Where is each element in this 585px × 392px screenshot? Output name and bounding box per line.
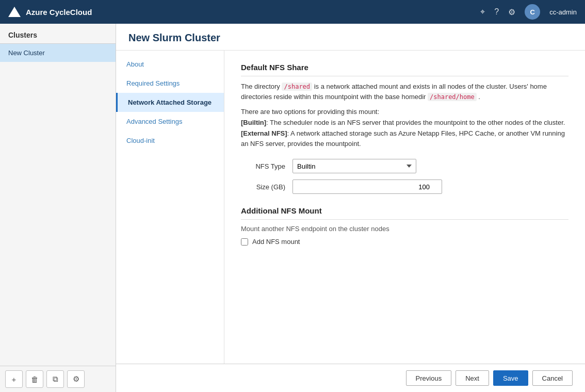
wizard-body: About Required Settings Network Attached… [116,51,585,364]
main-container: Clusters New Cluster + 🗑 ⧉ ⚙ New Slurm C… [0,24,585,392]
sidebar: Clusters New Cluster + 🗑 ⧉ ⚙ [0,24,116,392]
settings-icon[interactable]: ⚙ [508,7,515,17]
wizard-nav-cloud-init[interactable]: Cloud-init [116,131,224,150]
app-title: Azure CycleCloud [26,8,92,17]
nfs-options-description: There are two options for providing this… [241,107,568,150]
external-nfs-label: [External NFS] [241,129,287,137]
nfs-type-row: NFS Type Builtin External NFS [241,159,568,173]
cancel-button[interactable]: Cancel [532,370,573,386]
help-icon[interactable]: ? [494,7,499,17]
additional-nfs-section: Additional NFS Mount Mount another NFS e… [241,206,568,246]
size-control [293,179,442,194]
previous-button[interactable]: Previous [406,370,452,386]
wizard-nav: About Required Settings Network Attached… [116,51,224,364]
page-title: New Slurm Cluster [128,32,573,44]
size-input[interactable] [293,179,442,194]
delete-cluster-button[interactable]: 🗑 [26,370,43,388]
logo-triangle [8,7,21,17]
sidebar-header: Clusters [0,24,116,44]
plus-icon: + [12,375,17,384]
wizard-nav-advanced-settings[interactable]: Advanced Settings [116,112,224,131]
additional-nfs-desc: Mount another NFS endpoint on the cluste… [241,225,568,233]
add-nfs-mount-row: Add NFS mount [241,238,568,246]
default-nfs-share-title: Default NFS Share [241,63,568,76]
wizard-nav-about[interactable]: About [116,55,224,74]
content-footer: Previous Next Save Cancel [116,364,585,392]
wizard-nav-network-attached-storage[interactable]: Network Attached Storage [116,93,224,112]
add-nfs-mount-label[interactable]: Add NFS mount [252,238,300,246]
user-name-label: cc-admin [549,8,577,16]
content-area: New Slurm Cluster About Required Setting… [116,24,585,392]
sidebar-item-new-cluster[interactable]: New Cluster [0,44,116,62]
add-nfs-mount-checkbox[interactable] [241,238,248,246]
app-logo: Azure CycleCloud [8,7,480,17]
nfs-type-label: NFS Type [241,162,293,170]
content-header: New Slurm Cluster [116,24,585,51]
wizard-panel: Default NFS Share The directory /shared … [224,51,585,364]
navbar-actions: ⌖ ? ⚙ C cc-admin [480,4,577,20]
navbar: Azure CycleCloud ⌖ ? ⚙ C cc-admin [0,0,585,24]
builtin-label: [Builtin] [241,119,266,126]
homedir-path-code: /shared/home [428,93,477,101]
nfs-type-control: Builtin External NFS [293,159,416,173]
save-button[interactable]: Save [493,370,528,386]
cluster-settings-button[interactable]: ⚙ [67,370,85,388]
additional-nfs-title: Additional NFS Mount [241,206,568,220]
avatar[interactable]: C [525,4,540,20]
trash-icon: 🗑 [31,375,39,384]
copy-icon: ⧉ [53,374,58,384]
size-row: Size (GB) [241,179,568,194]
size-label: Size (GB) [241,183,293,191]
sidebar-spacer [0,62,116,366]
copy-cluster-button[interactable]: ⧉ [46,370,64,388]
gear-icon: ⚙ [73,374,79,384]
nodes-icon[interactable]: ⌖ [480,7,485,17]
nfs-type-select[interactable]: Builtin External NFS [293,159,416,173]
wizard-nav-required-settings[interactable]: Required Settings [116,74,224,93]
sidebar-toolbar: + 🗑 ⧉ ⚙ [0,366,116,392]
shared-path-code: /shared [282,83,312,91]
add-cluster-button[interactable]: + [5,370,23,388]
next-button[interactable]: Next [456,370,489,386]
nfs-description: The directory /shared is a network attac… [241,81,568,102]
